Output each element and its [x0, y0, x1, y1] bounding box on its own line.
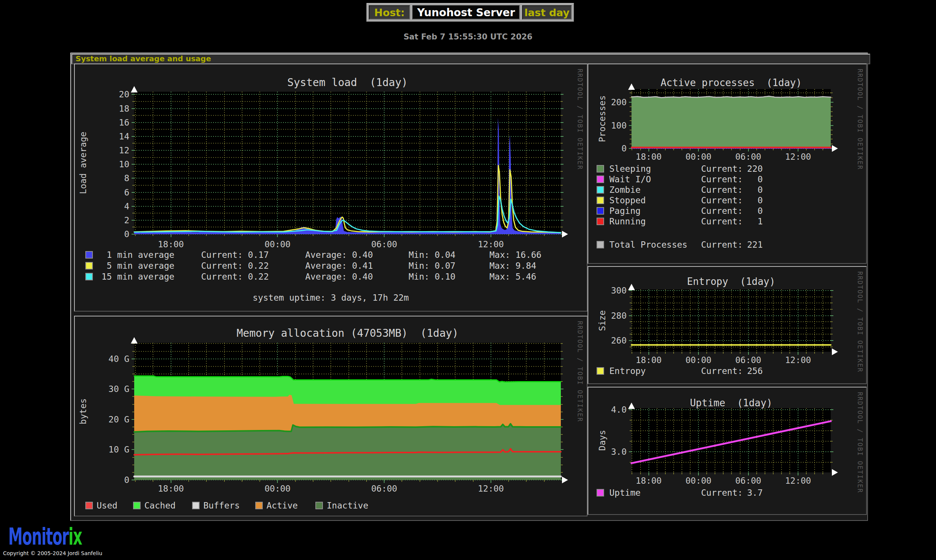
legend-swatch-stopped [597, 197, 604, 204]
legend-swatch-5min [85, 262, 93, 269]
legend-value: 3.7 [743, 488, 763, 498]
rrdtool-watermark: RRDTOOL / TOBI OETIKER [856, 271, 864, 372]
host-label: Host: [369, 5, 410, 20]
svg-text:06:00: 06:00 [735, 355, 761, 365]
svg-text:8: 8 [124, 173, 129, 183]
legend-label: Stopped [609, 195, 701, 205]
legend-current: Current: 0.17 [201, 250, 305, 260]
svg-text:18:00: 18:00 [636, 152, 662, 162]
svg-text:30 G: 30 G [109, 384, 129, 394]
system-load-legend: 1 min average Current: 0.17 Average: 0.4… [85, 249, 574, 282]
svg-text:12:00: 12:00 [785, 355, 811, 365]
legend-label: Entropy [609, 366, 701, 376]
svg-text:12:00: 12:00 [785, 152, 811, 162]
entropy-legend: Entropy Current: 256 [597, 366, 860, 376]
memory-legend: Used Cached Buffers Active Inactive [75, 501, 587, 512]
legend-item: Cached [133, 501, 176, 511]
legend-current-label: Current: [701, 488, 743, 498]
legend-value: 220 [743, 164, 763, 174]
svg-text:System load (1day): System load (1day) [287, 76, 408, 89]
legend-current-label: Current: [701, 174, 743, 184]
svg-text:Days: Days [597, 430, 607, 451]
legend-swatch-active [255, 502, 263, 509]
rrdtool-watermark: RRDTOOL / TOBI OETIKER [856, 69, 864, 170]
legend-value: 0 [743, 174, 763, 184]
legend-min: Min: 0.07 [409, 261, 490, 271]
svg-text:18:00: 18:00 [158, 484, 184, 494]
svg-text:06:00: 06:00 [371, 484, 397, 494]
svg-text:Memory allocation (47053MB) (: Memory allocation (47053MB) (1day) [236, 327, 458, 339]
svg-text:18:00: 18:00 [636, 355, 662, 365]
system-load-chart[interactable]: 18:0000:0006:0012:0002468101214161820Sys… [75, 64, 587, 252]
svg-text:00:00: 00:00 [265, 239, 291, 249]
svg-text:16: 16 [119, 118, 129, 128]
legend-row: Running Current: 1 [597, 216, 860, 227]
svg-text:300: 300 [611, 286, 627, 295]
entropy-panel[interactable]: 18:0000:0006:0012:00260280300Entropy (1d… [588, 266, 867, 384]
svg-text:10 G: 10 G [109, 445, 129, 454]
svg-text:3.0: 3.0 [611, 447, 627, 457]
legend-current-label: Current: [701, 164, 743, 174]
rrdtool-watermark: RRDTOOL / TOBI OETIKER [576, 69, 584, 170]
rrdtool-watermark: RRDTOOL / TOBI OETIKER [856, 392, 864, 493]
legend-row: 15 min average Current: 0.22 Average: 0.… [85, 271, 574, 282]
svg-text:18:00: 18:00 [158, 239, 184, 249]
svg-text:18: 18 [119, 104, 129, 114]
legend-row: Uptime Current: 3.7 [597, 488, 860, 498]
active-processes-legend: Sleeping Current: 220 Wait I/O Current: … [597, 163, 860, 250]
memory-allocation-chart[interactable]: 18:0000:0006:0012:00010 G20 G30 G40 GMem… [75, 317, 587, 494]
legend-label: 1 min average [102, 250, 201, 260]
host-selector-box: Host: Yunohost Server last day [366, 3, 574, 22]
legend-swatch-paging [597, 207, 604, 215]
svg-text:200: 200 [611, 97, 627, 107]
svg-text:12:00: 12:00 [478, 239, 504, 249]
legend-max: Max: 16.66 [490, 250, 574, 260]
uptime-chart[interactable]: 18:0000:0006:0012:003.04.0Uptime (1day)D… [588, 388, 866, 490]
legend-value: 256 [743, 366, 763, 376]
legend-swatch-15min [85, 273, 93, 280]
legend-label: Uptime [609, 488, 701, 498]
legend-swatch-waitio [597, 175, 604, 183]
monitorix-logo[interactable]: Monitorix [8, 526, 82, 547]
period-selector[interactable]: last day [522, 5, 572, 20]
legend-min: Min: 0.10 [409, 272, 490, 282]
legend-row: Paging Current: 0 [597, 206, 860, 216]
current-timestamp: Sat Feb 7 15:55:30 UTC 2026 [0, 32, 936, 42]
uptime-panel[interactable]: 18:0000:0006:0012:003.04.0Uptime (1day)D… [588, 387, 867, 515]
svg-text:Processes: Processes [597, 95, 607, 142]
legend-average: Average: 0.40 [305, 272, 409, 282]
svg-text:6: 6 [124, 188, 129, 197]
legend-max: Max: 5.46 [490, 272, 574, 282]
svg-text:100: 100 [611, 121, 627, 131]
entropy-chart[interactable]: 18:0000:0006:0012:00260280300Entropy (1d… [588, 267, 866, 365]
svg-text:2: 2 [124, 215, 129, 225]
svg-text:20: 20 [119, 89, 129, 99]
legend-item: Buffers [192, 501, 240, 511]
svg-text:0: 0 [124, 229, 129, 239]
legend-label: Sleeping [609, 164, 701, 174]
svg-text:12:00: 12:00 [785, 476, 811, 486]
svg-text:4: 4 [124, 202, 129, 211]
legend-total-row: Total Processes Current: 221 [597, 239, 860, 250]
svg-text:12:00: 12:00 [478, 484, 504, 494]
copyright-text: Copyright © 2005-2024 Jordi Sanfeliu [3, 550, 102, 556]
legend-row: Entropy Current: 256 [597, 366, 860, 376]
legend-value: 1 [743, 217, 763, 226]
legend-current: Current: 0.22 [201, 261, 305, 271]
legend-label: Used [97, 501, 117, 511]
svg-text:40 G: 40 G [109, 354, 129, 364]
system-uptime-note: system uptime: 3 days, 17h 22m [75, 293, 587, 303]
svg-text:0: 0 [621, 143, 627, 153]
active-processes-chart[interactable]: 18:0000:0006:0012:000100200Active proces… [588, 64, 866, 177]
svg-text:4.0: 4.0 [611, 405, 627, 415]
graphs-container: System load average and usage 18:0000:00… [70, 52, 868, 521]
svg-text:14: 14 [119, 132, 129, 141]
memory-allocation-panel[interactable]: 18:0000:0006:0012:00010 G20 G30 G40 GMem… [74, 316, 588, 516]
legend-item: Used [85, 501, 117, 511]
svg-text:Entropy (1day): Entropy (1day) [687, 276, 776, 287]
legend-row: 5 min average Current: 0.22 Average: 0.4… [85, 260, 574, 271]
legend-min: Min: 0.04 [409, 250, 490, 260]
logo-part-monitor: Monitor [8, 523, 68, 550]
active-processes-panel[interactable]: 18:0000:0006:0012:000100200Active proces… [588, 63, 867, 264]
system-load-panel[interactable]: 18:0000:0006:0012:0002468101214161820Sys… [74, 63, 588, 312]
